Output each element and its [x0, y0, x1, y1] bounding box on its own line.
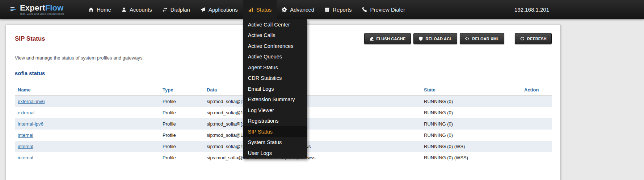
cell-type: Profile	[160, 96, 204, 107]
nav-label: Home	[97, 7, 111, 13]
code-icon	[465, 36, 470, 41]
column-header-type: Type	[160, 84, 204, 96]
flush-cache-button[interactable]: FLUSH CACHE	[364, 33, 411, 44]
nav-item-applications[interactable]: Applications	[195, 0, 243, 19]
profile-link[interactable]: internal	[18, 144, 33, 149]
brand-tagline: chat, voice and video contactcenter	[20, 13, 64, 16]
brand-name: ExpertFlow	[20, 4, 64, 12]
cell-action	[521, 130, 552, 141]
menu-item-user-logs[interactable]: User Logs	[243, 148, 307, 159]
logo-bars-icon	[10, 6, 17, 13]
menu-item-active-calls[interactable]: Active Calls	[243, 30, 307, 41]
cell-state: RUNNING (0) (WS)	[421, 141, 521, 152]
menu-item-log-viewer[interactable]: Log Viewer	[243, 105, 307, 116]
cell-action	[521, 141, 552, 152]
profile-link[interactable]: internal	[18, 155, 33, 160]
main-menu: Home Accounts Dialplan Applications Stat…	[83, 0, 410, 19]
exchange-arrows-icon	[162, 7, 168, 12]
cell-state: RUNNING (0) (WSS)	[421, 152, 521, 163]
cell-state: RUNNING (0)	[421, 118, 521, 130]
cell-state: RUNNING (0)	[421, 107, 521, 118]
cell-action	[521, 118, 552, 130]
home-icon	[88, 7, 94, 12]
menu-item-system-status[interactable]: System Status	[243, 137, 307, 148]
send-icon	[200, 7, 206, 12]
reload-xml-button[interactable]: RELOAD XML	[460, 33, 504, 44]
menu-item-sip-status[interactable]: SIP Status	[243, 126, 307, 137]
shield-icon	[418, 36, 423, 41]
bar-chart-icon	[248, 7, 253, 12]
archive-box-icon	[324, 7, 330, 12]
menu-item-active-conferences[interactable]: Active Conferences	[243, 41, 307, 52]
gear-icon	[282, 7, 287, 12]
page-title: SIP Status	[15, 33, 45, 42]
column-header-name: Name	[15, 84, 160, 96]
nav-label: Accounts	[130, 7, 152, 13]
nav-label: Reports	[333, 7, 352, 13]
cell-type: Profile	[160, 107, 204, 118]
server-ip: 192.168.1.201	[514, 7, 549, 13]
refresh-button[interactable]: REFRESH	[515, 33, 552, 44]
menu-item-agent-status[interactable]: Agent Status	[243, 62, 307, 73]
nav-label: Applications	[209, 7, 238, 13]
cell-type: Profile	[160, 130, 204, 141]
column-header-state: State	[421, 84, 521, 96]
brand-logo[interactable]: ExpertFlow chat, voice and video contact…	[10, 4, 78, 16]
cell-data: sip:mod_sofia@192.168.1.201:5072;transpo…	[204, 141, 421, 152]
column-header-action: Action	[521, 84, 552, 96]
profile-link[interactable]: external	[18, 110, 34, 115]
status-dropdown-menu: Active Call Center Active Calls Active C…	[243, 19, 307, 159]
cell-state: RUNNING (0)	[421, 130, 521, 141]
column-header-data: Data	[204, 84, 421, 96]
toolbar: FLUSH CACHE RELOAD ACL RELOAD XML REFRES…	[364, 33, 552, 44]
cell-data: sip:mod_sofia@192.168.1.201:5080	[204, 107, 421, 118]
nav-item-reports[interactable]: Reports	[319, 0, 357, 19]
top-navigation-bar: ExpertFlow chat, voice and video contact…	[0, 0, 644, 19]
profile-link[interactable]: internal	[18, 132, 33, 138]
nav-item-accounts[interactable]: Accounts	[116, 0, 157, 19]
page-background: SIP Status FLUSH CACHE RELOAD ACL RELOAD…	[0, 19, 644, 180]
cell-type: Profile	[160, 141, 204, 152]
cell-action	[521, 152, 552, 163]
reload-acl-button[interactable]: RELOAD ACL	[413, 33, 458, 44]
cell-data: sip:mod_sofia@[::]:5080	[204, 96, 421, 107]
nav-item-status[interactable]: Status Active Call Center Active Calls A…	[243, 0, 277, 19]
eraser-icon	[369, 36, 374, 41]
nav-label: Dialplan	[171, 7, 190, 13]
menu-item-extension-summary[interactable]: Extension Summary	[243, 94, 307, 105]
cell-action	[521, 96, 552, 107]
cell-state: RUNNING (0)	[421, 96, 521, 107]
nav-item-home[interactable]: Home	[83, 0, 116, 19]
profile-link[interactable]: external-ipv6	[18, 99, 45, 104]
profile-link[interactable]: internal-ipv6	[18, 121, 43, 127]
menu-item-registrations[interactable]: Registrations	[243, 116, 307, 127]
cell-action	[521, 107, 552, 118]
cell-data: sips:mod_sofia@192.168.1.201:7443;transp…	[204, 152, 421, 163]
nav-item-preview-dialer[interactable]: Preview Dialer	[357, 0, 411, 19]
nav-label: Preview Dialer	[370, 7, 405, 13]
menu-item-email-logs[interactable]: Email Logs	[243, 83, 307, 94]
menu-item-cdr-statistics[interactable]: CDR Statistics	[243, 73, 307, 84]
nav-item-dialplan[interactable]: Dialplan	[157, 0, 195, 19]
cell-type: Profile	[160, 152, 204, 163]
nav-label: Advanced	[290, 7, 314, 13]
cell-data: sip:mod_sofia@192.168.1.201:5060	[204, 130, 421, 141]
nav-item-advanced[interactable]: Advanced	[277, 0, 319, 19]
user-icon	[121, 7, 127, 12]
menu-item-active-call-center[interactable]: Active Call Center	[243, 19, 307, 30]
menu-item-active-queues[interactable]: Active Queues	[243, 52, 307, 62]
phone-icon	[362, 7, 367, 12]
cell-data: sip:mod_sofia@[::]:5060	[204, 118, 421, 130]
nav-label: Status	[256, 7, 272, 13]
refresh-icon	[520, 36, 525, 41]
cell-type: Profile	[160, 118, 204, 130]
